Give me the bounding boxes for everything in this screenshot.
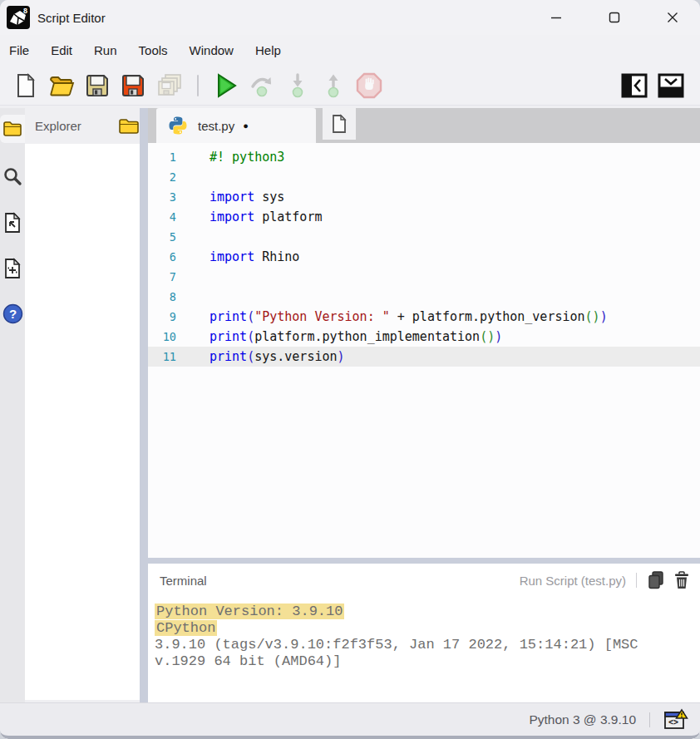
toggle-bottom-panel-button[interactable] <box>655 70 687 101</box>
tab-test-py[interactable]: test.py ● <box>156 108 316 143</box>
file-arrow-icon <box>3 212 22 234</box>
code-editor[interactable]: 1#! python323import sys4import platform5… <box>148 143 700 558</box>
run-icon <box>212 71 240 100</box>
terminal-title: Terminal <box>160 574 520 588</box>
rail-templates-tab[interactable] <box>0 209 25 237</box>
code-text: import platform <box>210 207 322 227</box>
folder-icon <box>2 120 22 138</box>
line-number: 1 <box>148 147 185 167</box>
code-line[interactable]: 4import platform <box>148 207 700 227</box>
save-script-button[interactable] <box>81 70 113 101</box>
minimize-button[interactable] <box>537 0 575 35</box>
toolbar <box>0 66 700 106</box>
terminal-output[interactable]: Python Version: 3.9.10CPython3.9.10 (tag… <box>148 597 700 670</box>
step-over-icon <box>248 71 276 100</box>
code-line[interactable]: 2 <box>148 167 700 187</box>
line-number: 6 <box>148 247 185 267</box>
title-bar: 8 Script Editor <box>0 0 700 35</box>
open-folder-button[interactable] <box>116 115 141 138</box>
save-all-button[interactable] <box>153 70 185 101</box>
open-folder-icon <box>118 117 140 135</box>
line-number: 2 <box>148 167 185 187</box>
code-text: import Rhino <box>210 247 299 267</box>
open-folder-icon <box>47 71 76 100</box>
runtime-settings-button[interactable]: <> <box>663 708 688 732</box>
menu-window[interactable]: Window <box>189 41 234 60</box>
status-bar: Python 3 @ 3.9.10 <> <box>0 702 700 739</box>
explorer-rail: ? <box>0 108 25 702</box>
run-script-button[interactable] <box>210 70 242 101</box>
line-number: 11 <box>148 347 185 367</box>
save-script-as-button[interactable] <box>117 70 149 101</box>
rhino-8-logo-icon: 8 <box>7 6 30 29</box>
line-number: 5 <box>148 227 185 247</box>
code-text: print("Python Version: " + platform.pyth… <box>210 307 608 327</box>
terminal-line: Python Version: 3.9.10 <box>155 604 693 620</box>
save-all-icon <box>155 71 183 100</box>
window-title: Script Editor <box>37 11 106 25</box>
trash-icon[interactable] <box>673 570 690 590</box>
menu-help[interactable]: Help <box>254 41 282 60</box>
code-line[interactable]: 8 <box>148 287 700 307</box>
copy-icon[interactable] <box>647 570 665 590</box>
runtime-label: Python 3 @ 3.9.10 <box>529 712 636 727</box>
rail-help-tab[interactable]: ? <box>0 299 25 328</box>
step-into-button[interactable] <box>282 70 313 101</box>
line-number: 9 <box>148 307 185 327</box>
line-number: 10 <box>148 327 185 347</box>
code-text: import sys <box>210 187 284 207</box>
stop-button[interactable] <box>353 70 385 101</box>
menu-run[interactable]: Run <box>93 41 118 60</box>
new-file-icon <box>12 72 39 99</box>
toggle-left-panel-button[interactable] <box>619 70 650 101</box>
open-script-button[interactable] <box>46 70 77 101</box>
menu-edit[interactable]: Edit <box>50 41 73 60</box>
line-number: 8 <box>148 287 185 307</box>
file-plus-icon <box>3 258 22 279</box>
code-line[interactable]: 6import Rhino <box>148 247 700 267</box>
svg-text:8: 8 <box>23 7 27 15</box>
save-icon <box>83 71 111 100</box>
line-number: 4 <box>148 207 185 227</box>
toolbar-right <box>619 66 692 106</box>
code-line[interactable]: 7 <box>148 267 700 287</box>
new-tab-button[interactable] <box>323 108 356 140</box>
horizontal-splitter[interactable] <box>148 558 700 564</box>
panel-bottom-icon <box>658 73 684 98</box>
menu-tools[interactable]: Tools <box>138 41 169 60</box>
step-out-icon <box>319 71 348 100</box>
code-line[interactable]: 10print(platform.python_implementation()… <box>148 327 700 347</box>
close-button[interactable] <box>653 0 692 35</box>
new-script-button[interactable] <box>10 70 42 101</box>
explorer-title: Explorer <box>35 119 116 133</box>
save-as-icon <box>119 71 147 100</box>
toolbar-separator <box>197 75 199 96</box>
code-text: print(sys.version) <box>210 347 345 367</box>
svg-text:?: ? <box>8 307 16 321</box>
code-text: #! python3 <box>210 147 284 167</box>
code-line[interactable]: 3import sys <box>148 187 700 207</box>
rail-search-tab[interactable] <box>0 162 25 190</box>
code-line[interactable]: 9print("Python Version: " + platform.pyt… <box>148 307 700 327</box>
rail-examples-tab[interactable] <box>0 254 25 283</box>
code-line[interactable]: 11print(sys.version) <box>148 347 700 367</box>
explorer-panel[interactable] <box>25 144 140 700</box>
vertical-splitter[interactable] <box>140 108 148 702</box>
script-runtime-warning-icon: <> <box>663 708 688 732</box>
step-out-button[interactable] <box>318 70 349 101</box>
editor-tab-strip: test.py ● <box>148 108 700 143</box>
search-icon <box>2 166 22 186</box>
step-over-button[interactable] <box>246 70 278 101</box>
python-logo-icon <box>168 116 188 135</box>
step-into-icon <box>283 71 312 100</box>
terminal-actions <box>647 570 690 590</box>
rail-folder-tab[interactable] <box>0 115 25 143</box>
code-line[interactable]: 5 <box>148 227 700 247</box>
line-number: 3 <box>148 187 185 207</box>
terminal-line: CPython <box>155 620 693 637</box>
terminal-header-separator <box>636 573 637 588</box>
menu-file[interactable]: File <box>8 41 30 60</box>
tab-label: test.py <box>198 119 234 133</box>
maximize-button[interactable] <box>595 0 633 35</box>
code-line[interactable]: 1#! python3 <box>148 147 700 167</box>
